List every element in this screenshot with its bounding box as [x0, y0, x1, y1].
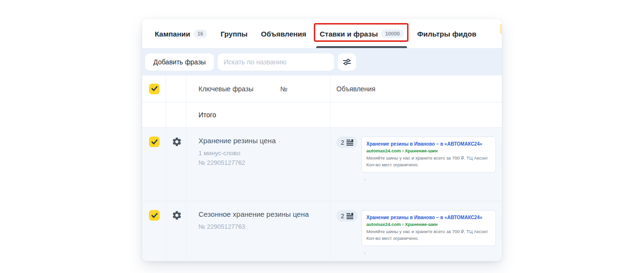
page: Кампании 16 Группы Объявления Ставки и ф…: [0, 0, 644, 273]
tab-label: Объявления: [261, 30, 306, 38]
check-icon: [151, 139, 158, 145]
ad-list-icon: [347, 139, 353, 146]
ad-more-mark: ,: [364, 175, 496, 181]
tab-bar: Кампании 16 Группы Объявления Ставки и ф…: [142, 19, 502, 48]
totals-row: Итого: [142, 102, 502, 127]
ad-preview-card[interactable]: Хранение резины в Иваново – в «АВТОМАКС2…: [361, 136, 496, 173]
ads-count-badge[interactable]: 2: [336, 136, 358, 148]
tab-label: Фильтры фидов: [417, 30, 476, 38]
select-all-checkbox[interactable]: [149, 84, 160, 94]
ad-list-icon: [347, 213, 353, 219]
phrase-title[interactable]: Хранение резины цена·: [198, 136, 323, 146]
ad-display-url: automax24.com › Хранение-шин: [366, 221, 491, 228]
ads-count-badge[interactable]: 2: [336, 210, 358, 222]
tab-label: Ставки и фразы: [320, 30, 378, 38]
tab-bids-and-phrases[interactable]: Ставки и фразы 10000: [320, 19, 404, 48]
phrase-row: Сезонное хранение резины цена № 22905127…: [142, 201, 502, 261]
row-checkbox[interactable]: [149, 210, 160, 221]
tab-count-badge: 16: [194, 29, 207, 38]
tab-ads[interactable]: Объявления: [261, 19, 306, 48]
campaign-manager-panel: Кампании 16 Группы Объявления Ставки и ф…: [142, 19, 502, 261]
check-icon: [151, 86, 158, 91]
phrase-title[interactable]: Сезонное хранение резины цена: [198, 210, 323, 219]
tab-label: Кампании: [155, 30, 190, 38]
ad-preview-card[interactable]: Хранение резины в Иваново – в «АВТОМАКС2…: [361, 210, 496, 246]
gear-icon[interactable]: [172, 210, 182, 221]
ad-title-link[interactable]: Хранение резины в Иваново – в «АВТОМАКС2…: [366, 214, 491, 221]
gear-icon[interactable]: [172, 136, 182, 147]
ad-body-text: Меняйте шины у нас и храните всего за 70…: [366, 228, 491, 242]
ad-display-url: automax24.com › Хранение-шин: [366, 148, 491, 154]
tab-feed-filters[interactable]: Фильтры фидов: [417, 19, 476, 48]
search-input[interactable]: [218, 53, 334, 71]
ad-title-link[interactable]: Хранение резины в Иваново – в «АВТОМАКС2…: [366, 140, 491, 148]
ads-count: 2: [341, 212, 344, 220]
minus-words-label[interactable]: 1 минус-слово: [198, 149, 323, 158]
tab-campaigns[interactable]: Кампании 16: [155, 19, 207, 48]
ad-more-mark: ,: [364, 249, 496, 254]
phrases-table: Ключевые фразы № Объявления Итого: [142, 75, 502, 261]
phrase-number: № 22905127763: [198, 222, 323, 232]
column-header-ads[interactable]: Объявления: [336, 85, 375, 93]
toolbar: Добавить фразы: [142, 48, 502, 75]
table-header-row: Ключевые фразы № Объявления: [142, 75, 502, 102]
tab-groups[interactable]: Группы: [221, 19, 248, 48]
column-header-keywords[interactable]: Ключевые фразы: [198, 85, 253, 93]
filter-button[interactable]: [338, 53, 356, 71]
row-checkbox[interactable]: [149, 136, 160, 147]
sliders-icon: [343, 58, 351, 66]
ads-count: 2: [341, 139, 344, 146]
check-icon: [151, 213, 158, 218]
column-header-number[interactable]: №: [280, 85, 287, 93]
phrase-number: № 22905127762: [198, 158, 323, 168]
phrase-row: Хранение резины цена· 1 минус-слово № 22…: [142, 127, 502, 201]
clipped-yellow-element: [500, 24, 502, 34]
add-phrases-button[interactable]: Добавить фразы: [145, 53, 214, 71]
hint-dot: ·: [279, 137, 281, 145]
totals-label: Итого: [198, 111, 216, 119]
tab-label: Группы: [221, 30, 248, 38]
ad-body-text: Меняйте шины у нас и храните всего за 70…: [366, 155, 491, 168]
tab-count-badge: 10000: [381, 29, 404, 38]
